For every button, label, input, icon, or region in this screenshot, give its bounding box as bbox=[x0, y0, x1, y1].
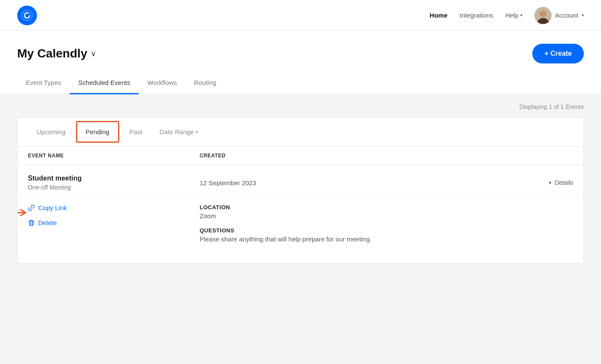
arrow-indicator bbox=[17, 208, 28, 218]
nav-integrations[interactable]: Integrations bbox=[460, 12, 493, 19]
table-row: Student meeting One-off Meeting 12 Septe… bbox=[18, 165, 583, 263]
filter-tab-date-range[interactable]: Date Range ▾ bbox=[151, 120, 206, 143]
event-created: 12 September 2023 bbox=[200, 179, 548, 187]
date-range-chevron-icon: ▾ bbox=[196, 129, 198, 134]
col-created-header: CREATED bbox=[200, 153, 573, 159]
title-chevron-icon: ∨ bbox=[91, 49, 96, 58]
page-title: My Calendly bbox=[17, 47, 87, 60]
event-name-col: Student meeting One-off Meeting bbox=[28, 174, 200, 191]
copy-link-button[interactable]: Copy Link bbox=[28, 204, 200, 211]
avatar bbox=[534, 7, 552, 24]
details-button[interactable]: ▼ Details bbox=[548, 179, 573, 186]
event-row-top: Student meeting One-off Meeting 12 Septe… bbox=[18, 165, 583, 196]
filter-tab-past[interactable]: Past bbox=[121, 120, 151, 143]
filter-tabs: Upcoming Pending Past Date Range ▾ bbox=[18, 117, 583, 147]
displaying-count: Displaying 1 of 1 Events bbox=[17, 103, 584, 110]
help-chevron-icon: ▾ bbox=[520, 13, 522, 18]
col-event-name-header: EVENT NAME bbox=[28, 153, 200, 159]
questions-value: Please share anything that will help pre… bbox=[200, 235, 573, 243]
header: Home Integrations Help ▾ Account ▾ bbox=[0, 0, 601, 31]
page-header: My Calendly ∨ + Create bbox=[0, 31, 601, 63]
delete-icon bbox=[28, 220, 35, 226]
tab-routing[interactable]: Routing bbox=[185, 72, 225, 94]
details-arrow-icon: ▼ bbox=[548, 180, 552, 185]
questions-section: QUESTIONS Please share anything that wil… bbox=[200, 227, 573, 243]
location-section: LOCATION Zoom bbox=[200, 204, 573, 220]
delete-button[interactable]: Delete bbox=[28, 219, 200, 226]
event-actions: Copy Link Delete bbox=[28, 204, 200, 250]
svg-point-0 bbox=[22, 10, 32, 21]
location-label: LOCATION bbox=[200, 204, 573, 211]
questions-label: QUESTIONS bbox=[200, 227, 573, 234]
account-chevron-icon: ▾ bbox=[582, 13, 584, 18]
filter-tab-upcoming[interactable]: Upcoming bbox=[28, 120, 74, 143]
tabs-bar: Event Types Scheduled Events Workflows R… bbox=[0, 72, 601, 95]
account-area[interactable]: Account ▾ bbox=[534, 7, 584, 24]
event-subtype: One-off Meeting bbox=[28, 184, 200, 191]
filter-tab-pending[interactable]: Pending bbox=[76, 121, 119, 143]
create-button[interactable]: + Create bbox=[532, 44, 584, 63]
events-card: Upcoming Pending Past Date Range ▾ EVENT… bbox=[17, 117, 584, 264]
event-name: Student meeting bbox=[28, 174, 200, 182]
header-nav: Home Integrations Help ▾ Account ▾ bbox=[430, 7, 584, 24]
nav-account-label: Account bbox=[555, 12, 578, 19]
copy-link-icon bbox=[28, 205, 35, 211]
tab-event-types[interactable]: Event Types bbox=[17, 72, 70, 94]
main-content: Displaying 1 of 1 Events Upcoming Pendin… bbox=[0, 95, 601, 364]
tab-workflows[interactable]: Workflows bbox=[139, 72, 185, 94]
page-title-area[interactable]: My Calendly ∨ bbox=[17, 47, 96, 60]
nav-home[interactable]: Home bbox=[430, 12, 448, 19]
nav-help[interactable]: Help ▾ bbox=[505, 12, 522, 19]
logo-area[interactable] bbox=[17, 6, 37, 25]
event-details-expanded: Copy Link Delete LOCATION Zoom bbox=[18, 196, 583, 263]
event-info: LOCATION Zoom QUESTIONS Please share any… bbox=[200, 204, 573, 250]
logo-icon bbox=[17, 6, 37, 25]
table-header: EVENT NAME CREATED bbox=[18, 147, 583, 165]
location-value: Zoom bbox=[200, 212, 573, 220]
tab-scheduled-events[interactable]: Scheduled Events bbox=[70, 72, 139, 94]
